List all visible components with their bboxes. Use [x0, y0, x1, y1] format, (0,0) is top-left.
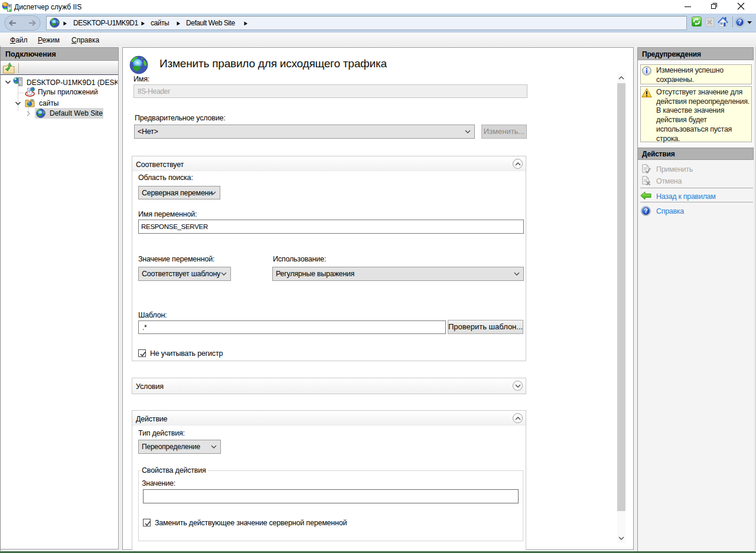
svg-text:?: ? — [644, 207, 647, 214]
svg-text:?: ? — [738, 18, 741, 25]
